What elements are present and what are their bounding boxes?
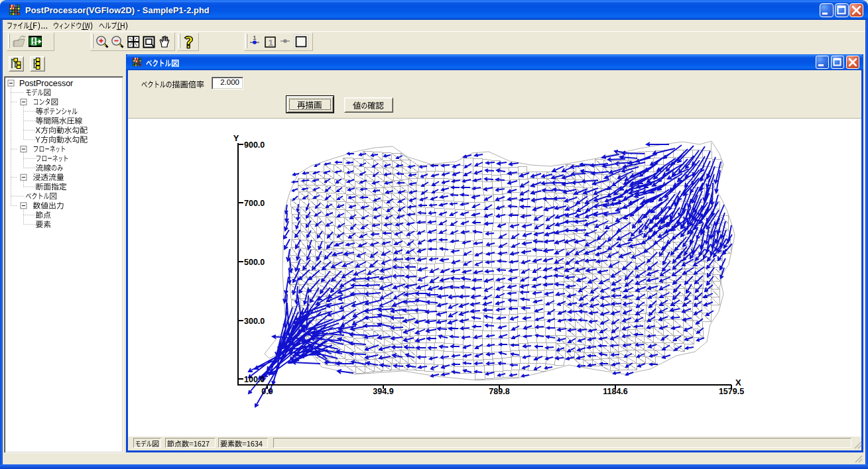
svg-text:PostProcessor: PostProcessor — [19, 79, 73, 88]
svg-text:1184.6: 1184.6 — [603, 387, 628, 396]
svg-text:X: X — [735, 378, 741, 388]
svg-text:1: 1 — [253, 35, 257, 41]
svg-text:900.0: 900.0 — [244, 140, 265, 150]
svg-text:100.0: 100.0 — [244, 375, 265, 384]
svg-text:700.0: 700.0 — [244, 199, 265, 208]
svg-text:1: 1 — [269, 38, 274, 48]
svg-text:789.8: 789.8 — [489, 387, 509, 396]
svg-text:1579.5: 1579.5 — [719, 387, 744, 396]
svg-text:Y: Y — [233, 133, 239, 143]
svg-text:394.9: 394.9 — [373, 387, 393, 396]
svg-text:300.0: 300.0 — [244, 317, 265, 326]
svg-text:500.0: 500.0 — [244, 258, 265, 267]
svg-text:0.0: 0.0 — [261, 387, 273, 396]
